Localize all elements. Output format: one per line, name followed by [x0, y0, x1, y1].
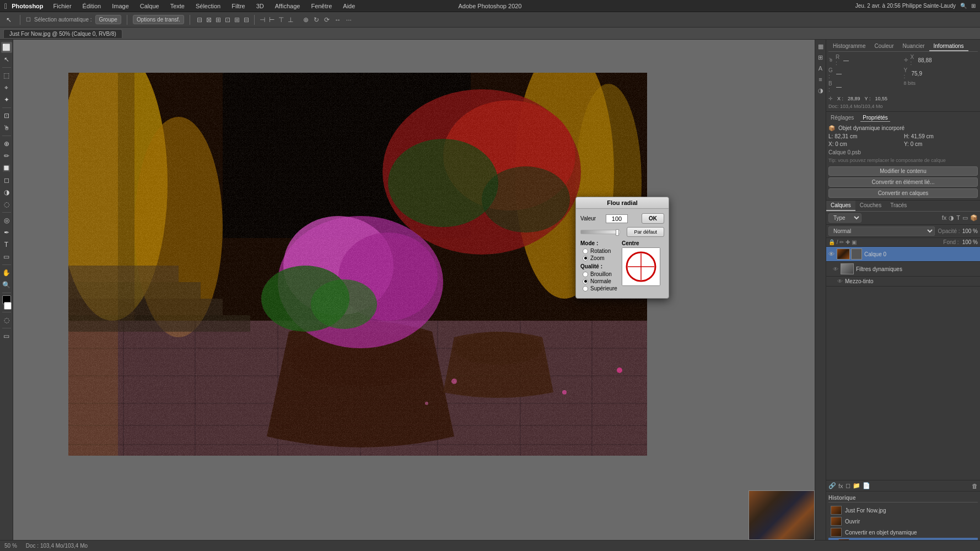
zoom-radio-row[interactable]: Zoom	[583, 255, 617, 261]
adjust-icon[interactable]: ⊞	[816, 53, 825, 62]
zoom-radio[interactable]	[583, 256, 588, 261]
screen-mode[interactable]: ▭	[1, 331, 12, 342]
filter-text-icon[interactable]: T	[956, 214, 960, 222]
type-icon[interactable]: A	[816, 64, 825, 73]
new-group-icon[interactable]: 📁	[853, 482, 860, 489]
menu-calque[interactable]: Calque	[138, 2, 161, 10]
tab-proprietes[interactable]: Propriétés	[860, 114, 890, 122]
filter-adj-icon[interactable]: ◑	[949, 214, 954, 222]
menu-image[interactable]: Image	[110, 2, 131, 10]
quick-mask-tool[interactable]: ◌	[1, 315, 12, 326]
filter-smart-icon[interactable]: 📦	[970, 214, 978, 222]
layer-item-mezzo[interactable]: 👁 Mezzo-tinto	[826, 277, 980, 287]
tab-reglages[interactable]: Réglages	[828, 114, 856, 122]
menu-fenetre[interactable]: Fenêtre	[309, 2, 334, 10]
centre-preview[interactable]	[622, 247, 660, 286]
menu-fichier[interactable]: Fichier	[51, 2, 74, 10]
background-color[interactable]	[4, 302, 12, 310]
default-button[interactable]: Par défaut	[627, 227, 664, 237]
search-icon[interactable]: 🔍	[960, 3, 967, 9]
slider-thumb[interactable]	[616, 229, 619, 236]
value-slider[interactable]	[580, 230, 620, 234]
new-layer-icon[interactable]: 📄	[863, 482, 870, 489]
filter-shape-icon[interactable]: ▭	[962, 214, 968, 222]
layer-item-filtres[interactable]: 👁 Filtres dynamiques	[826, 262, 980, 277]
tab-couleur[interactable]: Couleur	[870, 42, 898, 51]
move-tool-icon[interactable]: ↖	[3, 14, 14, 25]
refresh-icon[interactable]: ↻	[313, 15, 320, 25]
tab-informations[interactable]: Informations	[929, 42, 968, 51]
visibility-eye-filtres[interactable]: 👁	[833, 266, 838, 272]
align-top-icon[interactable]: ⊡	[224, 15, 231, 25]
eraser-tool[interactable]: ◻	[1, 175, 12, 186]
add-mask-icon[interactable]: ◻	[846, 482, 850, 489]
convert-linked-btn[interactable]: Convertir en élément lié...	[828, 177, 978, 187]
layers-side-icon[interactable]: ≡	[816, 75, 825, 84]
distribute-icon3[interactable]: ⊤	[277, 15, 285, 25]
lasso-tool[interactable]: ⌖	[1, 82, 12, 93]
layer-filter-select[interactable]: Type Nom Effet	[828, 213, 861, 223]
superieure-radio[interactable]	[583, 286, 588, 291]
add-style-icon[interactable]: fx	[838, 483, 843, 489]
normale-radio-row[interactable]: Normale	[583, 278, 617, 284]
menu-edition[interactable]: Édition	[80, 2, 104, 10]
mode-icon[interactable]: ⊕	[302, 15, 310, 25]
menu-3d[interactable]: 3D	[254, 2, 266, 10]
rotate-icon[interactable]: ⟳	[323, 15, 331, 25]
healing-brush-tool[interactable]: ⊕	[1, 138, 12, 149]
transform-options-btn[interactable]: Options de transf.	[133, 15, 184, 24]
history-item-2[interactable]: Convertir en objet dynamique	[828, 527, 978, 538]
zoom-tool[interactable]: 🔍	[1, 279, 12, 290]
gradient-side-icon[interactable]: ◑	[816, 86, 825, 95]
gradient-tool[interactable]: ◑	[1, 187, 12, 198]
history-item-1[interactable]: Ouvrir	[828, 516, 978, 527]
dodge-tool[interactable]: ◎	[1, 215, 12, 226]
ok-button[interactable]: OK	[642, 213, 664, 224]
distribute-icon2[interactable]: ⊢	[268, 15, 276, 25]
flip-icon[interactable]: ↔	[333, 15, 342, 25]
superieure-radio-row[interactable]: Supérieure	[583, 285, 617, 291]
tab-histogramme[interactable]: Histogramme	[828, 42, 870, 51]
rotation-radio[interactable]	[583, 249, 588, 254]
blend-mode-select[interactable]: Normal Multiplication Écran Incrustation	[828, 226, 935, 236]
modify-content-btn[interactable]: Modifier le contenu	[828, 166, 978, 176]
shape-tool[interactable]: ▭	[1, 251, 12, 262]
direct-select-tool[interactable]: ↖	[1, 54, 12, 65]
menu-texte[interactable]: Texte	[168, 2, 187, 10]
normale-radio[interactable]	[583, 279, 588, 284]
valeur-input[interactable]	[606, 214, 628, 223]
menu-aide[interactable]: Aide	[341, 2, 357, 10]
history-item-0[interactable]: Just For Now.jpg	[828, 505, 978, 516]
brouillon-radio[interactable]	[583, 272, 588, 277]
document-tab[interactable]: Just For Now.jpg @ 50% (Calque 0, RVB/8)	[3, 29, 122, 38]
clone-stamp-tool[interactable]: 🔲	[1, 163, 12, 174]
filter-fx-icon[interactable]: fx	[942, 214, 947, 222]
selection-tool[interactable]: ⬜	[1, 42, 12, 53]
group-select-btn[interactable]: Groupe	[95, 15, 121, 24]
visibility-eye-mezzo[interactable]: 👁	[837, 278, 843, 284]
text-tool[interactable]: T	[1, 239, 12, 250]
pen-tool[interactable]: ✒	[1, 227, 12, 238]
distribute-icon4[interactable]: ⊥	[287, 15, 294, 25]
tab-traces[interactable]: Tracés	[886, 201, 911, 211]
brouillon-radio-row[interactable]: Brouillon	[583, 271, 617, 277]
tab-calques[interactable]: Calques	[826, 201, 855, 211]
more-icon[interactable]: ···	[345, 15, 353, 25]
crop-tool[interactable]: ⊡	[1, 110, 12, 121]
layer-item-calque0[interactable]: 👁 Calque 0	[826, 247, 980, 262]
histogram-icon[interactable]: ▦	[816, 42, 825, 51]
eyedropper-tool[interactable]: 🖱	[1, 122, 12, 133]
align-left-icon[interactable]: ⊟	[196, 15, 203, 25]
convert-layers-btn[interactable]: Convertir en calques	[828, 188, 978, 198]
menu-filtre[interactable]: Filtre	[229, 2, 247, 10]
magic-wand-tool[interactable]: ✦	[1, 94, 12, 105]
rotation-radio-row[interactable]: Rotation	[583, 248, 617, 254]
link-layers-icon[interactable]: 🔗	[828, 482, 836, 489]
tab-nuancier[interactable]: Nuancier	[898, 42, 929, 51]
blur-tool[interactable]: ◌	[1, 199, 12, 210]
menu-affichage[interactable]: Affichage	[273, 2, 303, 10]
visibility-eye-calque0[interactable]: 👁	[828, 251, 834, 257]
marquee-tool[interactable]: ⬚	[1, 70, 12, 81]
align-bottom-icon[interactable]: ⊟	[243, 15, 250, 25]
brush-tool[interactable]: ✏	[1, 150, 12, 161]
